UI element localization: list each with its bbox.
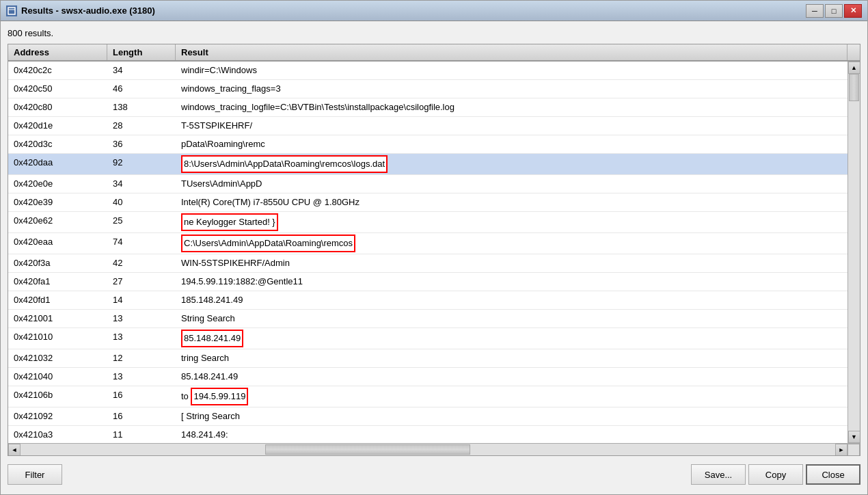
cell-length: 16 [107,407,176,425]
scroll-thumb[interactable] [849,74,859,101]
cell-result: pData\Roaming\remc [176,135,847,153]
cell-length: 27 [107,273,176,291]
cell-result: windir=C:\Windows [176,62,847,79]
col-result: Result [176,44,847,60]
cell-address: 0x420f3a [8,254,107,272]
result-highlight: C:\Users\Admin\AppData\Roaming\remcos [181,235,355,252]
table-row[interactable]: 0x421010 13 85.148.241.49 [8,328,847,349]
cell-address: 0x421092 [8,407,107,425]
cell-result: Intel(R) Core(TM) i7-8550U CPU @ 1.80GHz [176,193,847,211]
h-scroll-track[interactable] [21,444,835,455]
bottom-left-buttons: Filter [8,464,62,485]
table-row[interactable]: 0x420fa1 27 194.5.99.119:1882:@Gentle11 [8,273,847,291]
cell-length: 13 [107,368,176,386]
scroll-corner [847,444,860,456]
cell-result: 85.148.241.49 [176,328,847,349]
cell-length: 42 [107,254,176,272]
cell-length: 11 [107,426,176,443]
table-row[interactable]: 0x420d1e 28 T-5STSPIKEHRF/ [8,117,847,135]
table-row[interactable]: 0x4210a3 11 148.241.49: [8,426,847,443]
cell-result: C:\Users\Admin\AppData\Roaming\remcos [176,233,847,254]
cell-result: [ String Search [176,407,847,425]
table-row[interactable]: 0x420daa 92 8:\Users\Admin\AppData\Roami… [8,154,847,175]
scroll-track[interactable] [848,74,860,431]
scroll-left-arrow[interactable]: ◄ [8,444,21,456]
window-icon [6,5,17,16]
cell-result: T-5STSPIKEHRF/ [176,117,847,135]
bottom-bar: Filter Save... Copy Close [8,461,860,487]
h-scroll-thumb[interactable] [265,444,470,455]
close-button[interactable]: Close [806,464,860,485]
window-controls: ─ □ ✕ [806,4,862,18]
cell-result: ne Keylogger Started! } [176,212,847,232]
table-row[interactable]: 0x421032 12 tring Search [8,349,847,368]
cell-length: 13 [107,310,176,327]
table-row[interactable]: 0x421040 13 85.148.241.49 [8,368,847,386]
window-body: 800 results. Address Length Result 0x420… [1,21,867,494]
cell-length: 28 [107,117,176,135]
cell-address: 0x420fa1 [8,273,107,291]
table-row[interactable]: 0x420fd1 14 185.148.241.49 [8,291,847,310]
cell-result: 8:\Users\Admin\AppData\Roaming\remcos\lo… [176,154,847,174]
table-row[interactable]: 0x421001 13 String Search [8,310,847,328]
minimize-button[interactable]: ─ [806,4,824,18]
cell-address: 0x420e62 [8,212,107,232]
filter-button[interactable]: Filter [8,464,62,485]
table-row[interactable]: 0x420eaa 74 C:\Users\Admin\AppData\Roami… [8,233,847,254]
horizontal-scrollbar[interactable]: ◄ ► [8,443,860,455]
cell-result: WIN-5STSPIKEHRF/Admin [176,254,847,272]
scroll-right-arrow[interactable]: ► [835,444,847,456]
cell-address: 0x420e39 [8,193,107,211]
save-button[interactable]: Save... [691,464,746,485]
cell-length: 25 [107,212,176,232]
cell-result: to 194.5.99.119 [176,386,847,407]
cell-length: 40 [107,193,176,211]
cell-length: 46 [107,80,176,98]
copy-button[interactable]: Copy [748,464,803,485]
cell-length: 13 [107,328,176,349]
scroll-down-arrow[interactable]: ▼ [848,431,860,443]
table-row[interactable]: 0x420e62 25 ne Keylogger Started! } [8,212,847,233]
cell-length: 14 [107,291,176,309]
cell-result: 85.148.241.49 [176,368,847,386]
cell-address: 0x420c80 [8,98,107,116]
cell-address: 0x421040 [8,368,107,386]
maximize-button[interactable]: □ [825,4,843,18]
cell-address: 0x420e0e [8,175,107,193]
cell-result: TUsers\Admin\AppD [176,175,847,193]
cell-result: 194.5.99.119:1882:@Gentle11 [176,273,847,291]
table-row[interactable]: 0x420e39 40 Intel(R) Core(TM) i7-8550U C… [8,193,847,212]
table-scroll-area: 0x420c2c 34 windir=C:\Windows 0x420c50 4… [8,62,860,443]
cell-result: tring Search [176,349,847,367]
cell-length: 92 [107,154,176,174]
table-row[interactable]: 0x420f3a 42 WIN-5STSPIKEHRF/Admin [8,254,847,273]
results-table: Address Length Result 0x420c2c 34 windir… [8,44,860,456]
result-highlight: 85.148.241.49 [181,330,243,347]
result-highlight: 194.5.99.119 [191,388,248,405]
cell-length: 34 [107,62,176,79]
cell-address: 0x420c50 [8,80,107,98]
table-row[interactable]: 0x42106b 16 to 194.5.99.119 [8,386,847,407]
table-row[interactable]: 0x420c80 138 windows_tracing_logfile=C:\… [8,98,847,117]
cell-address: 0x420c2c [8,62,107,79]
cell-address: 0x420fd1 [8,291,107,309]
table-rows-container[interactable]: 0x420c2c 34 windir=C:\Windows 0x420c50 4… [8,62,847,443]
col-scroll-placeholder [847,44,860,60]
vertical-scrollbar[interactable]: ▲ ▼ [847,62,860,443]
close-window-button[interactable]: ✕ [844,4,862,18]
cell-address: 0x420daa [8,154,107,174]
table-row[interactable]: 0x420c2c 34 windir=C:\Windows [8,62,847,80]
table-row[interactable]: 0x420d3c 36 pData\Roaming\remc [8,135,847,154]
col-address: Address [8,44,107,60]
table-row[interactable]: 0x420e0e 34 TUsers\Admin\AppD [8,175,847,193]
cell-result: String Search [176,310,847,327]
table-row[interactable]: 0x420c50 46 windows_tracing_flags=3 [8,80,847,98]
window-title: Results - swsx-audio.exe (3180) [21,5,806,16]
scroll-up-arrow[interactable]: ▲ [848,62,860,74]
cell-result: windows_tracing_flags=3 [176,80,847,98]
cell-address: 0x421001 [8,310,107,327]
table-row[interactable]: 0x421092 16 [ String Search [8,407,847,426]
cell-address: 0x421010 [8,328,107,349]
title-bar: Results - swsx-audio.exe (3180) ─ □ ✕ [1,1,867,21]
cell-address: 0x421032 [8,349,107,367]
